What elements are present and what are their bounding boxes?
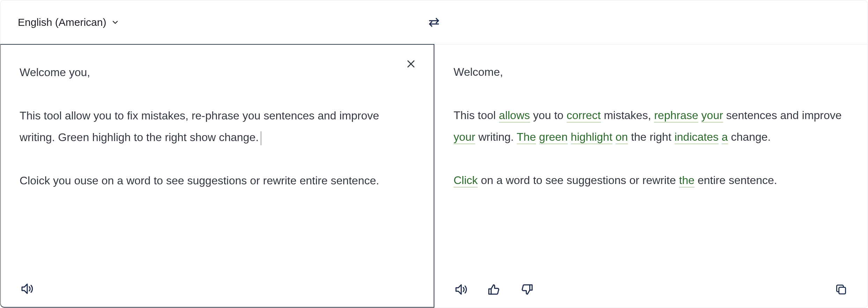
swap-languages-button[interactable]	[426, 15, 442, 30]
svg-rect-6	[839, 287, 846, 294]
thumbs-down-icon	[520, 283, 534, 296]
input-footer	[20, 281, 415, 296]
input-para-2: This tool allow you to fix mistakes, re-…	[20, 105, 415, 148]
correction-word[interactable]: rephrase	[654, 109, 698, 123]
thumbs-down-button[interactable]	[519, 282, 535, 297]
correction-word[interactable]: your	[701, 109, 723, 123]
output-pane: Welcome, This tool allows you to correct…	[434, 44, 868, 308]
input-para-1: Welcome you,	[20, 61, 415, 83]
copy-icon	[834, 283, 848, 296]
swap-icon	[427, 16, 441, 29]
speaker-icon	[20, 282, 34, 296]
correction-word[interactable]: a	[722, 131, 728, 144]
language-selector[interactable]: English (American)	[0, 10, 137, 35]
input-pane[interactable]: Welcome you, This tool allow you to fix …	[0, 44, 434, 308]
listen-output-button[interactable]	[454, 282, 469, 297]
thumbs-up-icon	[487, 283, 501, 296]
correction-word[interactable]: your	[454, 131, 475, 144]
output-para-1: Welcome,	[454, 61, 849, 83]
output-para-2: This tool allows you to correct mistakes…	[454, 104, 849, 148]
topbar: English (American)	[0, 0, 868, 44]
language-selector-label: English (American)	[18, 16, 106, 28]
input-text[interactable]: Welcome you, This tool allow you to fix …	[20, 61, 415, 191]
correction-word[interactable]: green	[539, 131, 568, 144]
correction-word[interactable]: the	[679, 174, 694, 188]
correction-word[interactable]: allows	[499, 109, 530, 123]
correction-word[interactable]: indicates	[675, 131, 719, 144]
panes: Welcome you, This tool allow you to fix …	[0, 44, 868, 308]
svg-marker-4	[22, 284, 27, 294]
text-cursor	[261, 131, 261, 145]
input-para-3: Cloick you ouse on a word to see suggest…	[20, 170, 415, 191]
correction-word[interactable]: The	[517, 131, 536, 144]
correction-word[interactable]: correct	[567, 109, 601, 123]
correction-word[interactable]: Click	[454, 174, 478, 188]
svg-marker-5	[456, 285, 461, 294]
speaker-icon	[454, 283, 468, 296]
thumbs-up-button[interactable]	[486, 282, 502, 297]
chevron-down-icon	[111, 18, 119, 27]
output-para-3: Click on a word to see suggestions or re…	[454, 169, 849, 191]
clear-input-button[interactable]	[404, 57, 418, 71]
correction-word[interactable]: highlight	[571, 131, 612, 144]
app-container: English (American) Welcome you,	[0, 0, 868, 308]
correction-word[interactable]: on	[616, 131, 628, 144]
close-icon	[406, 59, 416, 69]
output-text: Welcome, This tool allows you to correct…	[454, 61, 849, 191]
copy-output-button[interactable]	[833, 282, 849, 297]
listen-input-button[interactable]	[20, 281, 35, 296]
output-footer	[454, 282, 849, 297]
